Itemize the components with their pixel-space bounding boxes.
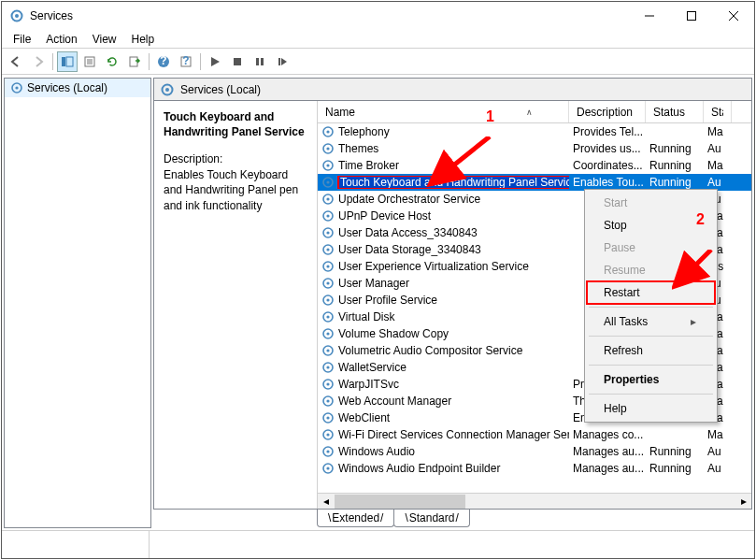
cm-restart[interactable]: Restart bbox=[587, 281, 715, 304]
svg-rect-17 bbox=[234, 58, 241, 65]
gear-icon bbox=[321, 142, 335, 155]
cm-all-tasks[interactable]: All Tasks▸ bbox=[587, 310, 715, 333]
scroll-right-icon[interactable]: ▸ bbox=[735, 494, 751, 510]
col-startup[interactable]: Startup Type bbox=[704, 101, 732, 122]
cm-properties[interactable]: Properties bbox=[587, 368, 715, 391]
right-header: Services (Local) bbox=[153, 78, 752, 100]
svg-point-48 bbox=[326, 315, 329, 318]
forward-button[interactable] bbox=[28, 51, 49, 72]
back-button[interactable] bbox=[6, 51, 26, 72]
cell-description: Manages au... bbox=[569, 462, 646, 475]
service-name-label: Touch Keyboard and Handwriting Panel Ser… bbox=[338, 176, 569, 189]
tree-root-item[interactable]: Services (Local) bbox=[5, 79, 150, 97]
svg-point-60 bbox=[326, 416, 329, 419]
scroll-left-icon[interactable]: ◂ bbox=[318, 494, 334, 510]
properties-button[interactable] bbox=[79, 51, 100, 72]
gear-icon bbox=[321, 277, 335, 290]
cell-name: WarpJITSvc bbox=[318, 378, 569, 391]
svg-point-54 bbox=[326, 366, 329, 368]
gear-icon bbox=[321, 395, 335, 408]
svg-point-32 bbox=[326, 180, 329, 183]
cell-name: User Data Access_3340843 bbox=[318, 226, 569, 239]
menu-bar: File Action View Help bbox=[2, 30, 754, 49]
svg-rect-6 bbox=[62, 57, 65, 66]
title-bar: Services bbox=[2, 2, 754, 30]
cell-name: Virtual Disk bbox=[318, 310, 569, 323]
cell-status: Running bbox=[646, 142, 704, 155]
service-row[interactable]: Windows AudioManages au...RunningAu bbox=[318, 443, 751, 460]
menu-view[interactable]: View bbox=[85, 31, 124, 48]
pause-service-button[interactable] bbox=[250, 51, 270, 72]
service-row[interactable]: Wi-Fi Direct Services Connection Manager… bbox=[318, 426, 751, 443]
sort-asc-icon: ∧ bbox=[526, 108, 533, 117]
service-row[interactable]: Windows Audio Endpoint BuilderManages au… bbox=[318, 460, 751, 477]
gear-icon bbox=[321, 462, 335, 475]
submenu-arrow-icon: ▸ bbox=[691, 315, 696, 328]
right-header-label: Services (Local) bbox=[180, 83, 261, 96]
gear-icon bbox=[321, 344, 335, 357]
tab-extended[interactable]: \Extended/ bbox=[317, 510, 394, 527]
cell-name: Time Broker bbox=[318, 159, 569, 172]
horizontal-scrollbar[interactable]: ◂ ▸ bbox=[318, 493, 751, 509]
service-name-label: Wi-Fi Direct Services Connection Manager… bbox=[338, 428, 569, 441]
svg-rect-12 bbox=[130, 57, 137, 66]
svg-point-42 bbox=[326, 265, 329, 267]
description-pane: Touch Keyboard and Handwriting Panel Ser… bbox=[154, 101, 318, 509]
col-name[interactable]: Name∧ bbox=[318, 101, 569, 122]
cell-description: Manages au... bbox=[569, 445, 646, 458]
cm-help[interactable]: Help bbox=[587, 397, 715, 420]
menu-file[interactable]: File bbox=[6, 31, 38, 48]
gear-icon bbox=[321, 361, 335, 374]
start-service-button[interactable] bbox=[205, 51, 225, 72]
service-name-label: WarpJITSvc bbox=[338, 378, 399, 391]
cm-refresh[interactable]: Refresh bbox=[587, 339, 715, 362]
svg-text:?: ? bbox=[160, 55, 166, 67]
export-button[interactable] bbox=[124, 51, 145, 72]
cell-name: Web Account Manager bbox=[318, 395, 569, 408]
refresh-button[interactable] bbox=[102, 51, 122, 72]
cell-name: Touch Keyboard and Handwriting Panel Ser… bbox=[318, 176, 569, 189]
cell-name: WebClient bbox=[318, 411, 569, 424]
cell-name: Windows Audio Endpoint Builder bbox=[318, 462, 569, 475]
help-button[interactable]: ? bbox=[153, 51, 174, 72]
cm-resume: Resume bbox=[587, 259, 715, 281]
svg-text:?: ? bbox=[182, 55, 189, 67]
svg-point-1 bbox=[15, 14, 19, 18]
description-label: Description: bbox=[164, 152, 307, 165]
gear-icon bbox=[321, 243, 335, 256]
service-row[interactable]: Time BrokerCoordinates...RunningMa bbox=[318, 157, 751, 174]
cell-startup: Ma bbox=[704, 428, 732, 441]
service-name-label: Themes bbox=[338, 142, 378, 155]
maximize-button[interactable] bbox=[670, 2, 712, 30]
cell-status: Running bbox=[646, 159, 704, 172]
col-description[interactable]: Description bbox=[569, 101, 646, 122]
restart-service-button[interactable] bbox=[272, 51, 292, 72]
cell-name: UPnP Device Host bbox=[318, 209, 569, 223]
tab-standard[interactable]: \Standard/ bbox=[393, 510, 469, 527]
minimize-button[interactable] bbox=[628, 2, 670, 30]
svg-rect-19 bbox=[261, 58, 264, 65]
service-row[interactable]: ThemesProvides us...RunningAu bbox=[318, 140, 751, 157]
service-name-label: User Experience Virtualization Service bbox=[338, 260, 529, 273]
gear-icon bbox=[321, 411, 335, 424]
gear-icon bbox=[321, 428, 335, 441]
tree-root-label: Services (Local) bbox=[27, 81, 107, 94]
col-status[interactable]: Status bbox=[646, 101, 704, 122]
help2-button[interactable]: ? bbox=[176, 51, 196, 72]
menu-action[interactable]: Action bbox=[38, 31, 84, 48]
scroll-thumb[interactable] bbox=[335, 495, 465, 509]
view-tabs: \Extended/ \Standard/ bbox=[317, 510, 752, 528]
description-text: Enables Touch Keyboard and Handwriting P… bbox=[164, 167, 307, 213]
gear-icon bbox=[321, 193, 335, 206]
cm-start: Start bbox=[587, 192, 715, 214]
close-button[interactable] bbox=[712, 2, 754, 30]
gear-icon bbox=[321, 209, 335, 223]
cm-stop[interactable]: Stop bbox=[587, 214, 715, 237]
status-pane-1 bbox=[2, 531, 150, 558]
menu-help[interactable]: Help bbox=[124, 31, 163, 48]
cell-startup: Au bbox=[704, 142, 732, 155]
separator-icon bbox=[589, 336, 713, 337]
show-hide-tree-button[interactable] bbox=[57, 51, 78, 72]
service-row[interactable]: TelephonyProvides Tel...Ma bbox=[318, 123, 751, 140]
stop-service-button[interactable] bbox=[227, 51, 248, 72]
